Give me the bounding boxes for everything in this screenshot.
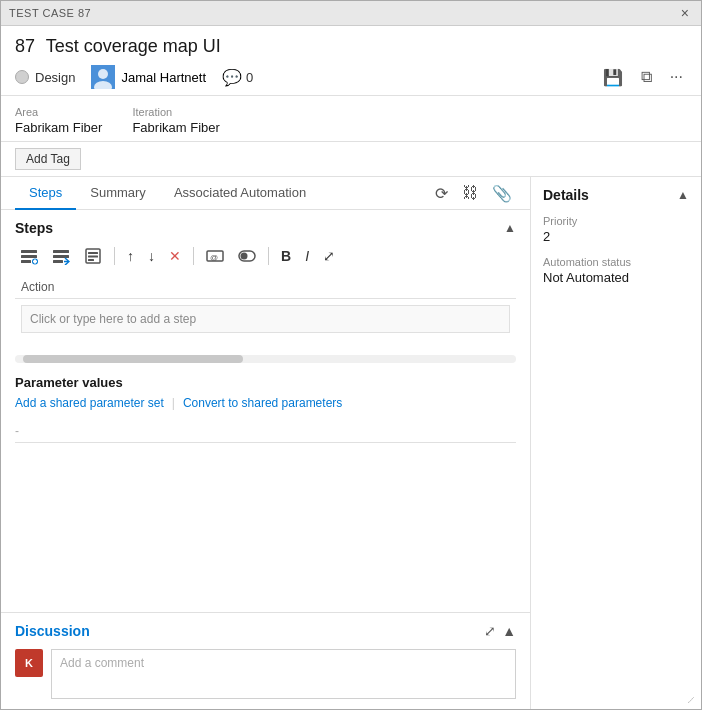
close-button[interactable]: × <box>677 5 693 21</box>
priority-field: Priority 2 <box>543 215 689 244</box>
svg-point-19 <box>241 253 248 260</box>
discussion-collapse-button[interactable]: ▲ <box>502 623 516 639</box>
area-field: Area Fabrikam Fiber <box>15 106 102 135</box>
toggle-button[interactable] <box>233 244 261 268</box>
svg-rect-4 <box>21 255 37 258</box>
discussion-actions: ⤢ ▲ <box>484 623 516 639</box>
save-button[interactable]: 💾 <box>599 66 627 89</box>
header-meta: Design Jamal Hartnett 💬 0 💾 ⧉ <box>15 65 687 89</box>
svg-rect-14 <box>88 256 98 258</box>
toggle-icon <box>238 247 256 265</box>
steps-collapse-button[interactable]: ▲ <box>504 221 516 235</box>
insert-param-button[interactable]: @ <box>201 244 229 268</box>
insert-param-icon: @ <box>206 247 224 265</box>
steps-table: Action Click or type here to add a step <box>15 276 516 339</box>
status-dot <box>15 70 29 84</box>
bold-button[interactable]: B <box>276 245 296 267</box>
comment-badge[interactable]: 💬 0 <box>222 68 253 87</box>
steps-header: Steps ▲ <box>15 220 516 236</box>
tab-associated-automation[interactable]: Associated Automation <box>160 177 320 210</box>
link-button[interactable]: ⛓ <box>458 180 482 206</box>
iteration-field: Iteration Fabrikam Fiber <box>132 106 219 135</box>
svg-rect-3 <box>21 250 37 253</box>
automation-status-label: Automation status <box>543 256 689 268</box>
scrollbar-row <box>1 353 530 365</box>
content-area: Steps Summary Associated Automation ⟳ ⛓ … <box>1 177 701 709</box>
fields-row: Area Fabrikam Fiber Iteration Fabrikam F… <box>1 96 701 142</box>
details-collapse-button[interactable]: ▲ <box>677 188 689 202</box>
avatar <box>91 65 115 89</box>
scrollbar-track[interactable] <box>15 355 516 363</box>
refresh-button[interactable]: ⟳ <box>431 180 452 207</box>
toolbar-sep-1 <box>114 247 115 265</box>
discussion-section: Discussion ⤢ ▲ K Add a comment <box>1 612 530 709</box>
window-title: 87 Test coverage map UI <box>15 36 687 57</box>
svg-rect-9 <box>53 250 69 253</box>
move-up-button[interactable]: ↑ <box>122 245 139 267</box>
case-title: Test coverage map UI <box>46 36 221 56</box>
tag-row: Add Tag <box>1 142 701 177</box>
move-down-button[interactable]: ↓ <box>143 245 160 267</box>
assignee-wrap[interactable]: Jamal Hartnett <box>91 65 206 89</box>
svg-rect-15 <box>88 259 94 261</box>
add-shared-param-link[interactable]: Add a shared parameter set <box>15 396 164 410</box>
add-shared-step-icon <box>52 247 70 265</box>
scrollbar-thumb[interactable] <box>23 355 243 363</box>
tabs-row: Steps Summary Associated Automation ⟳ ⛓ … <box>1 177 530 210</box>
dash-line: - <box>1 420 530 442</box>
svg-rect-13 <box>88 252 98 254</box>
automation-status-value[interactable]: Not Automated <box>543 270 689 285</box>
right-panel: Details ▲ Priority 2 Automation status N… <box>531 177 701 709</box>
attach-button[interactable]: 📎 <box>488 180 516 207</box>
details-title: Details <box>543 187 589 203</box>
automation-status-field: Automation status Not Automated <box>543 256 689 285</box>
insert-shared-icon <box>84 247 102 265</box>
tab-steps[interactable]: Steps <box>15 177 76 210</box>
delete-step-button[interactable]: ✕ <box>164 245 186 267</box>
iteration-value[interactable]: Fabrikam Fiber <box>132 120 219 135</box>
comment-count: 0 <box>246 70 253 85</box>
area-label: Area <box>15 106 102 118</box>
steps-section: Steps ▲ <box>1 210 530 349</box>
svg-rect-11 <box>53 260 63 263</box>
toolbar-sep-2 <box>193 247 194 265</box>
case-number: 87 <box>15 36 35 56</box>
action-column-header: Action <box>15 276 516 299</box>
assignee-name: Jamal Hartnett <box>121 70 206 85</box>
more-button[interactable]: ··· <box>666 66 687 88</box>
status-badge[interactable]: Design <box>15 70 75 85</box>
comment-avatar-initials: K <box>25 657 33 669</box>
add-step-input[interactable]: Click or type here to add a step <box>21 305 510 333</box>
discussion-header: Discussion ⤢ ▲ <box>15 623 516 639</box>
header-actions: 💾 ⧉ ··· <box>599 66 687 89</box>
details-header: Details ▲ <box>543 187 689 203</box>
steps-title: Steps <box>15 220 53 236</box>
main-window: TEST CASE 87 × 87 Test coverage map UI D… <box>0 0 702 710</box>
tab-summary[interactable]: Summary <box>76 177 160 210</box>
svg-rect-5 <box>21 260 31 263</box>
main-panel: Steps Summary Associated Automation ⟳ ⛓ … <box>1 177 531 709</box>
param-divider: | <box>172 396 175 410</box>
add-shared-step-button[interactable] <box>47 244 75 268</box>
param-section: Parameter values Add a shared parameter … <box>1 365 530 420</box>
toolbar-sep-3 <box>268 247 269 265</box>
resize-handle[interactable]: ⟋ <box>685 693 697 705</box>
priority-label: Priority <box>543 215 689 227</box>
comment-input[interactable]: Add a comment <box>51 649 516 699</box>
priority-value[interactable]: 2 <box>543 229 689 244</box>
param-title: Parameter values <box>15 375 516 390</box>
insert-shared-button[interactable] <box>79 244 107 268</box>
title-bar: TEST CASE 87 × <box>1 1 701 26</box>
svg-point-1 <box>98 69 108 79</box>
copy-button[interactable]: ⧉ <box>637 66 656 88</box>
comment-avatar: K <box>15 649 43 677</box>
mini-divider <box>15 442 516 443</box>
italic-button[interactable]: I <box>300 245 314 267</box>
add-step-icon <box>20 247 38 265</box>
area-value[interactable]: Fabrikam Fiber <box>15 120 102 135</box>
add-tag-button[interactable]: Add Tag <box>15 148 81 170</box>
add-step-button[interactable] <box>15 244 43 268</box>
discussion-expand-button[interactable]: ⤢ <box>484 623 496 639</box>
expand-button[interactable]: ⤢ <box>318 245 340 267</box>
convert-shared-link[interactable]: Convert to shared parameters <box>183 396 342 410</box>
